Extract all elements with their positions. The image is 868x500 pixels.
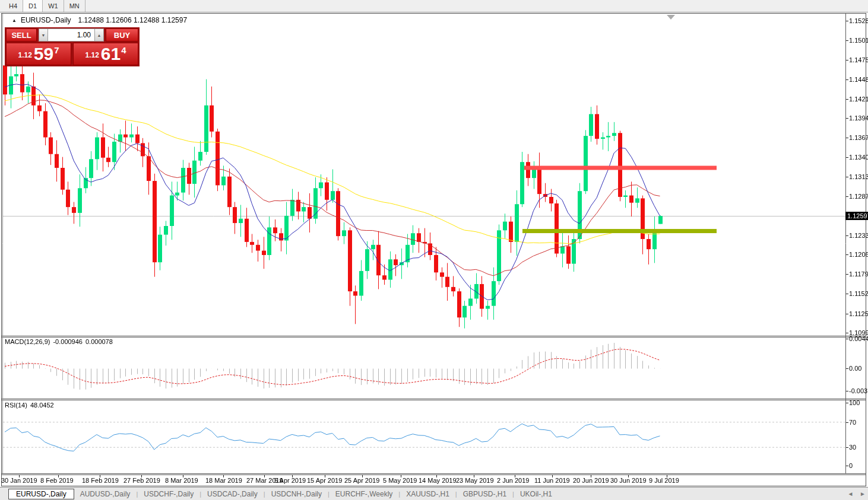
price-axis-label: 1.11525: [849, 290, 868, 297]
tab-scroll-right-icon[interactable]: ►: [860, 491, 866, 497]
date-axis-label: 25 Apr 2019: [344, 477, 379, 484]
symbol-tab-usdcnh-daily[interactable]: USDCNH-,Daily: [265, 490, 328, 498]
macd-value-main: -0.000946: [53, 338, 83, 345]
symbol-tab-bar: EURUSD-,DailyAUDUSD-,Daily|USDCHF-,Daily…: [0, 487, 868, 500]
price-axis-label: 1.12065: [849, 251, 868, 258]
buy-price-sup: 4: [121, 45, 126, 55]
tab-scroll-arrows: ◄ ►: [842, 491, 866, 497]
tab-scroll-left-icon[interactable]: ◄: [847, 491, 853, 497]
date-axis-label: 18 Mar 2019: [205, 477, 242, 484]
buy-button[interactable]: BUY: [106, 28, 138, 42]
rsi-value: 48.0452: [30, 402, 54, 409]
date-axis-label: 30 Jan 2019: [1, 477, 37, 484]
indicator-axis-label: 70: [849, 419, 856, 426]
price-axis-label: 1.15285: [849, 17, 868, 24]
indicator-axis-label: 100: [849, 399, 860, 406]
indicator-axis-label: 0: [849, 462, 853, 469]
price-axis-label: 1.13405: [849, 154, 868, 161]
collapse-triangle-icon[interactable]: ▲: [12, 18, 17, 23]
date-axis-label: 11 Jun 2019: [534, 477, 570, 484]
indicator-axis-label: 0.004465: [849, 335, 868, 342]
volume-stepper: ▼ 1.00 ▲: [39, 28, 104, 42]
buy-price-display[interactable]: 1.12 61 4: [73, 43, 138, 65]
sell-price-prefix: 1.12: [18, 51, 31, 59]
volume-input[interactable]: 1.00: [48, 28, 94, 42]
symbol-tab-usdcad-daily[interactable]: USDCAD-,Daily: [201, 490, 264, 498]
price-axis-label: 1.13135: [849, 173, 868, 180]
price-axis-label: 1.13675: [849, 134, 868, 141]
price-axis-label: 1.14750: [849, 56, 868, 63]
current-price-tag: 1.12597: [845, 212, 868, 220]
chart-title: ▲ EURUSD-,Daily 1.12488 1.12606 1.12488 …: [12, 16, 187, 24]
chart-shift-marker-icon[interactable]: [667, 15, 675, 20]
date-axis-label: 8 Feb 2019: [40, 477, 74, 484]
date-axis-label: 15 Apr 2019: [307, 477, 342, 484]
one-click-trading-panel: SELL ▼ 1.00 ▲ BUY 1.12 59 7 1.12 61 4: [5, 27, 140, 66]
date-axis-label: 20 Jun 2019: [573, 477, 609, 484]
symbol-tab-audusd-daily[interactable]: AUDUSD-,Daily: [74, 490, 137, 498]
chart-canvas[interactable]: [0, 0, 868, 500]
volume-decrease-button[interactable]: ▼: [39, 28, 48, 42]
price-axis-label: 1.14480: [849, 76, 868, 83]
date-axis-label: 2 Jun 2019: [497, 477, 529, 484]
sell-price-big: 59: [34, 43, 53, 65]
macd-indicator-label: MACD(12,26,9)-0.0009460.000078: [5, 338, 116, 345]
buy-price-prefix: 1.12: [85, 51, 99, 59]
symbol-tab-eurchf-weekly[interactable]: EURCHF-,Weekly: [330, 490, 398, 498]
symbol-tab-gbpusd-h1[interactable]: GBPUSD-,H1: [457, 490, 512, 498]
price-axis-label: 1.11255: [849, 310, 868, 317]
symbol-tab-eurusd-daily[interactable]: EURUSD-,Daily: [8, 489, 74, 499]
price-axis-label: 1.12330: [849, 232, 868, 239]
symbol-tab-ukoil-h1[interactable]: UKOil-,H1: [514, 490, 558, 498]
price-axis-label: 1.13945: [849, 114, 868, 122]
date-axis-label: 18 Feb 2019: [82, 477, 119, 484]
date-axis-label: 27 Feb 2019: [123, 477, 160, 484]
date-axis-label: 14 May 2019: [419, 477, 457, 484]
indicator-axis-label: 30: [849, 444, 856, 451]
price-axis-label: 1.12870: [849, 193, 868, 200]
date-axis-label: 5 May 2019: [383, 477, 417, 484]
date-axis-label: 9 Jul 2019: [649, 477, 679, 484]
terminal-root: H4D1W1MN ▲ EURUSD-,Daily 1.12488 1.12606…: [0, 0, 868, 500]
date-axis-label: 23 May 2019: [456, 477, 494, 484]
date-axis-label: 5 Apr 2019: [274, 477, 306, 484]
rsi-indicator-label: RSI(14)48.0452: [5, 402, 57, 409]
symbol-tab-usdchf-daily[interactable]: USDCHF-,Daily: [138, 490, 199, 498]
volume-increase-button[interactable]: ▲: [94, 28, 104, 42]
price-axis-label: 1.11795: [849, 270, 868, 278]
indicator-axis-label: 0.00: [849, 365, 861, 372]
rsi-name: RSI(14): [5, 402, 27, 409]
date-axis-label: 8 Mar 2019: [165, 477, 198, 484]
macd-value-signal: 0.000078: [85, 338, 113, 345]
sell-button[interactable]: SELL: [6, 28, 37, 42]
date-axis-label: 30 Jun 2019: [610, 477, 647, 484]
price-axis-label: 1.14210: [849, 95, 868, 103]
sell-price-display[interactable]: 1.12 59 7: [6, 43, 71, 65]
buy-price-big: 61: [101, 43, 121, 65]
sell-price-sup: 7: [54, 45, 59, 55]
symbol-tab-xauusd-h1[interactable]: XAUUSD-,H1: [400, 490, 455, 498]
indicator-axis-label: -0.003715: [849, 387, 868, 394]
chart-ohlc-values: 1.12488 1.12606 1.12488 1.12597: [78, 16, 188, 24]
price-axis-label: 1.15015: [849, 37, 868, 44]
chart-symbol-period: EURUSD-,Daily: [21, 16, 71, 24]
macd-name: MACD(12,26,9): [5, 338, 50, 345]
